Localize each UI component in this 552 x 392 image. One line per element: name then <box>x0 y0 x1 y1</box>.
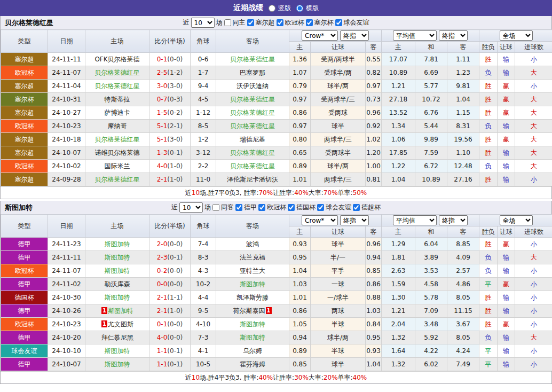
league-filter-checkbox[interactable]: 塞尔超 <box>247 18 275 27</box>
league-filter-checkbox[interactable]: 塞尔杯 <box>306 18 334 27</box>
team-name-link[interactable]: 斯图加特 <box>105 294 130 301</box>
same-venue-checkbox-input[interactable] <box>212 204 219 211</box>
bookmaker-select[interactable]: Crow* <box>302 215 338 225</box>
team-name-link[interactable]: 瑞德尼基 <box>240 136 265 143</box>
layout-radio-vertical[interactable]: 竖版 <box>269 4 291 13</box>
league-label[interactable]: 德甲 <box>18 240 31 248</box>
team-name-link[interactable]: 斯图加特 <box>240 320 265 328</box>
team-name-link[interactable]: 斯图加特 <box>105 254 130 261</box>
league-label[interactable]: 欧冠杯 <box>15 69 34 76</box>
league-label[interactable]: 欧冠杯 <box>15 162 34 170</box>
team-name-link[interactable]: 勒沃库森 <box>105 280 130 288</box>
team-name-link[interactable]: 法兰克福 <box>240 254 265 261</box>
scope-select[interactable]: 全场 <box>500 30 533 41</box>
league-label[interactable]: 塞尔超 <box>15 109 34 116</box>
league-filter-checkbox[interactable]: 欧冠杯 <box>277 18 304 27</box>
team-name-link[interactable]: 巴塞罗那 <box>240 69 265 76</box>
horizontal-radio-input[interactable] <box>296 5 303 12</box>
result-cell: 小 <box>515 278 552 291</box>
team-name-link[interactable]: 斯图加特 <box>105 267 130 275</box>
same-venue-checkbox[interactable]: 同客 <box>212 203 234 212</box>
league-filter-checkbox-input[interactable] <box>335 19 342 26</box>
league-label[interactable]: 塞尔超 <box>15 176 34 183</box>
crow-index-select[interactable]: 终指 <box>340 30 369 41</box>
team-name-link[interactable]: 特斯蒂拉 <box>105 96 130 103</box>
league-label[interactable]: 德甲 <box>18 360 31 368</box>
scope-select[interactable]: 全场 <box>500 215 533 225</box>
team-name-link[interactable]: 诺维贝尔格莱德 <box>95 149 140 156</box>
team-name-link[interactable]: 泽伦斯尼卡潘切沃 <box>227 176 278 183</box>
team-name-link[interactable]: 波鸿 <box>246 240 259 248</box>
team-name-link[interactable]: 贝尔格莱德红星 <box>95 82 140 90</box>
team-name-link[interactable]: OFK贝尔格莱德 <box>94 56 139 63</box>
team-name-link[interactable]: 荷尔斯泰因 <box>233 307 265 315</box>
recent-count-select[interactable]: 10 <box>191 18 215 28</box>
league-filter-checkbox[interactable]: 德国杯 <box>288 203 316 212</box>
league-filter-checkbox[interactable]: 球会友谊 <box>317 203 351 212</box>
league-filter-checkbox-input[interactable] <box>317 204 324 211</box>
league-filter-checkbox[interactable]: 球会友谊 <box>335 18 369 27</box>
league-label[interactable]: 塞尔超 <box>15 56 34 63</box>
league-filter-checkbox-input[interactable] <box>306 19 313 26</box>
league-label[interactable]: 塞尔超 <box>15 149 34 156</box>
team-name-link[interactable]: 贝尔格莱德红星 <box>230 109 275 116</box>
team-name-link[interactable]: 斯图加特 <box>108 307 133 315</box>
team-name-link[interactable]: 贝尔格莱德红星 <box>95 136 140 143</box>
bookmaker-select[interactable]: Crow* <box>302 30 338 41</box>
team-name-link[interactable]: 贝尔格莱德红星 <box>95 69 140 76</box>
average-select[interactable]: 平均值 <box>393 30 437 41</box>
team-name-link[interactable]: 乌尔姆 <box>243 347 262 355</box>
team-name-link[interactable]: 斯图加特 <box>105 240 130 248</box>
recent-count-select[interactable]: 10 <box>179 202 203 213</box>
league-label[interactable]: 塞尔超 <box>15 136 34 143</box>
team-name-link[interactable]: 国际米兰 <box>105 162 130 170</box>
average-select[interactable]: 平均值 <box>393 215 437 225</box>
same-venue-checkbox[interactable]: 同主 <box>224 18 246 27</box>
handicap-odds: 0.80 <box>289 133 311 146</box>
team-name-link[interactable]: 斯图加特 <box>105 360 130 368</box>
vertical-radio-input[interactable] <box>269 5 275 12</box>
team-name-link[interactable]: 贝尔格莱德红星 <box>230 56 275 63</box>
league-filter-checkbox-input[interactable] <box>353 204 360 211</box>
league-label[interactable]: 德甲 <box>18 254 31 261</box>
team-name-link[interactable]: 贝尔格莱德红星 <box>230 96 275 103</box>
league-label[interactable]: 塞尔杯 <box>15 96 34 103</box>
team-name-link[interactable]: 贝尔格莱德红星 <box>230 149 275 156</box>
league-label[interactable]: 德国杯 <box>15 294 34 301</box>
team-name-link[interactable]: 拜仁慕尼黑 <box>101 334 133 341</box>
league-label[interactable]: 塞尔超 <box>15 82 34 90</box>
team-name-link[interactable]: 萨博迪卡 <box>105 109 130 116</box>
league-label[interactable]: 欧冠杯 <box>15 122 34 130</box>
team-name-link[interactable]: 斯图加特 <box>105 347 130 355</box>
league-label[interactable]: 德甲 <box>18 307 31 315</box>
league-label[interactable]: 欧冠杯 <box>15 267 34 275</box>
crow-index-select[interactable]: 终指 <box>340 215 369 225</box>
team-name-link[interactable]: 尤文图斯 <box>108 320 133 328</box>
team-name-link[interactable]: 摩纳哥 <box>108 122 127 130</box>
avg-index-select[interactable]: 终指 <box>439 30 468 41</box>
league-filter-checkbox[interactable]: 欧冠杯 <box>258 203 286 212</box>
league-label[interactable]: 德甲 <box>18 334 31 341</box>
league-filter-checkbox-input[interactable] <box>288 204 295 211</box>
team-name-link[interactable]: 亚特兰大 <box>240 267 265 275</box>
team-name-link[interactable]: 凯泽斯劳滕 <box>236 294 269 301</box>
league-filter-checkbox[interactable]: 德甲 <box>235 203 257 212</box>
same-venue-checkbox-input[interactable] <box>224 19 231 26</box>
team-name-link[interactable]: 斯图加特 <box>240 280 265 288</box>
team-name-link[interactable]: 沃伊沃迪纳 <box>236 82 269 90</box>
league-filter-checkbox-input[interactable] <box>235 204 242 211</box>
league-label[interactable]: 欧冠杯 <box>15 320 34 328</box>
team-name-link[interactable]: 贝尔格莱德红星 <box>230 122 275 130</box>
league-filter-checkbox-input[interactable] <box>258 204 265 211</box>
league-label[interactable]: 德甲 <box>18 280 31 288</box>
league-filter-checkbox-input[interactable] <box>247 19 254 26</box>
team-name-link[interactable]: 霍芬海姆 <box>240 360 265 368</box>
league-label[interactable]: 球会友谊 <box>12 347 37 355</box>
league-filter-checkbox-input[interactable] <box>277 19 283 26</box>
layout-radio-horizontal[interactable]: 横版 <box>296 4 319 13</box>
league-filter-checkbox[interactable]: 德超杯 <box>353 203 381 212</box>
avg-index-select[interactable]: 终指 <box>439 215 468 225</box>
team-name-link[interactable]: 贝尔格莱德红星 <box>230 162 275 170</box>
team-name-link[interactable]: 贝尔格莱德红星 <box>95 176 140 183</box>
team-name-link[interactable]: 斯图加特 <box>240 334 265 341</box>
